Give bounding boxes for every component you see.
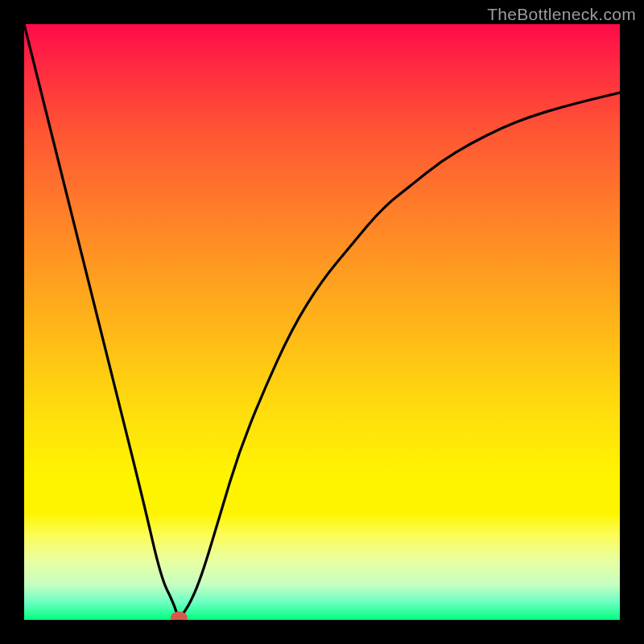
watermark-text: TheBottleneck.com [487,5,636,24]
plot-area [24,24,620,620]
chart-frame: TheBottleneck.com [0,0,644,644]
